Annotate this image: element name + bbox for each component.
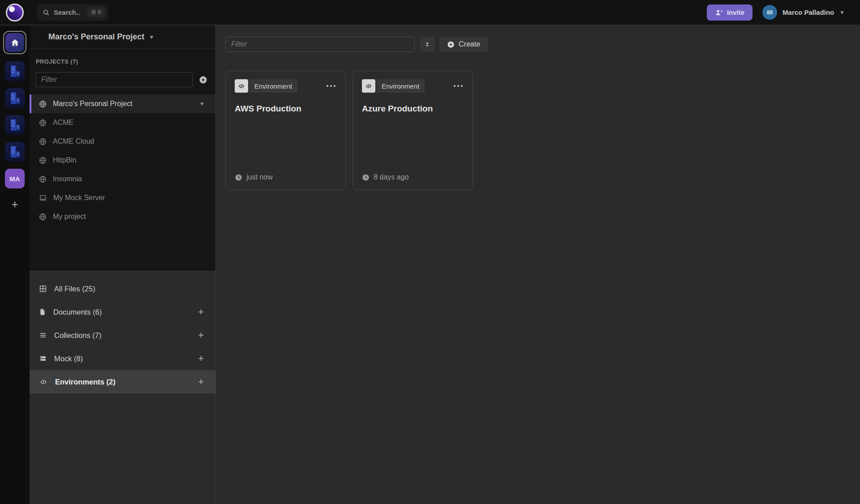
files-item-label: Documents (6): [53, 308, 198, 316]
add-organization-button[interactable]: +: [11, 198, 18, 210]
card-type-badge: Environment: [376, 79, 425, 93]
environment-card-azure-production[interactable]: Environment Azure Production 8 days ago: [353, 71, 473, 190]
add-collection-button[interactable]: +: [198, 330, 204, 340]
globe-icon: [39, 138, 47, 145]
buildings-icon: [7, 63, 23, 79]
project-item-label: My project: [53, 213, 205, 221]
chevron-down-icon: ▼: [839, 9, 845, 16]
user-menu[interactable]: 88 Marco Palladino ▼: [762, 5, 845, 20]
search-shortcut-badge: ⌘ P: [87, 7, 105, 17]
workspace-avatar[interactable]: MA: [5, 169, 25, 188]
app-body: MA + Marco's Personal Project ▼ PROJECTS…: [0, 26, 860, 504]
add-environment-button[interactable]: +: [198, 377, 204, 387]
user-name: Marco Palladino: [783, 9, 834, 16]
project-item-insomnia[interactable]: Insomnia: [30, 170, 215, 188]
files-item-mock[interactable]: Mock (8) +: [30, 347, 215, 370]
project-item-label: Marco's Personal Project: [53, 100, 199, 108]
project-item-acme[interactable]: ACME: [30, 113, 215, 132]
organization-button-2[interactable]: [5, 88, 25, 108]
server-icon: [39, 355, 47, 362]
buildings-icon: [7, 117, 23, 133]
files-item-collections[interactable]: Collections (7) +: [30, 324, 215, 347]
card-footer: just now: [235, 173, 273, 181]
globe-icon: [39, 213, 47, 221]
project-item-acme-cloud[interactable]: ACME Cloud: [30, 132, 215, 151]
project-item-httpbin[interactable]: HttpBin: [30, 151, 215, 170]
add-document-button[interactable]: +: [198, 307, 204, 317]
clock-icon: [235, 174, 242, 181]
buildings-icon: [7, 144, 23, 160]
card-type-badge: Environment: [249, 79, 297, 93]
home-button[interactable]: [3, 31, 26, 54]
clock-icon: [362, 174, 370, 181]
organization-rail: MA +: [0, 26, 30, 504]
project-switcher-title: Marco's Personal Project: [48, 32, 144, 42]
add-project-button[interactable]: [199, 76, 207, 84]
card-header: Environment: [362, 79, 464, 93]
card-menu-button[interactable]: [326, 83, 336, 89]
project-item-my-project[interactable]: My project: [30, 207, 215, 226]
card-menu-button[interactable]: [453, 83, 464, 89]
search-icon: [43, 9, 50, 16]
files-section: All Files (25) Documents (6) + Collectio…: [30, 271, 215, 504]
sort-arrows-icon: [424, 41, 430, 48]
card-footer: 8 days ago: [362, 173, 408, 181]
card-modified-time: 8 days ago: [374, 173, 408, 181]
project-filter-row: [35, 72, 207, 87]
environment-card-aws-production[interactable]: Environment AWS Production just now: [225, 71, 346, 190]
main-toolbar: Create: [225, 37, 860, 52]
chevron-down-icon: ▼: [199, 101, 205, 107]
person-plus-icon: [715, 9, 723, 17]
organization-button-3[interactable]: [5, 115, 25, 135]
project-item-label: ACME Cloud: [53, 137, 205, 145]
card-title: Azure Production: [362, 104, 464, 114]
projects-heading: PROJECTS (7): [36, 58, 215, 65]
insomnia-logo-icon: [6, 4, 24, 21]
project-item-label: Insomnia: [53, 175, 205, 183]
globe-icon: [39, 100, 47, 108]
sidebar: Marco's Personal Project ▼ PROJECTS (7) …: [30, 26, 216, 504]
project-item-my-mock-server[interactable]: My Mock Server: [30, 188, 215, 207]
add-mock-button[interactable]: +: [198, 354, 204, 363]
files-item-environments[interactable]: Environments (2) +: [30, 370, 215, 393]
organization-button-1[interactable]: [5, 61, 25, 81]
chevron-down-icon: ▼: [149, 34, 154, 40]
project-filter-input[interactable]: [35, 72, 193, 87]
project-item-marcos-personal-project[interactable]: Marco's Personal Project ▼: [30, 94, 215, 113]
project-list: Marco's Personal Project ▼ ACME ACME Clo…: [30, 94, 215, 226]
home-icon: [10, 38, 20, 47]
project-switcher[interactable]: Marco's Personal Project ▼: [30, 26, 215, 49]
card-grid: Environment AWS Production just now Envi: [225, 71, 860, 190]
plus-circle-icon: [447, 41, 455, 48]
buildings-icon: [7, 90, 23, 106]
laptop-icon: [39, 194, 47, 202]
files-item-label: Mock (8): [54, 355, 198, 363]
sort-button[interactable]: [420, 37, 435, 52]
globe-icon: [39, 175, 47, 183]
files-item-documents[interactable]: Documents (6) +: [30, 300, 215, 324]
files-item-label: Collections (7): [54, 331, 198, 340]
organization-button-4[interactable]: [5, 142, 25, 162]
plus-circle-icon: [199, 76, 207, 84]
list-icon: [39, 332, 47, 339]
main-filter-input[interactable]: [225, 37, 415, 52]
files-item-label: All Files (25): [54, 285, 204, 293]
document-icon: [39, 308, 46, 316]
globe-icon: [39, 157, 47, 164]
main-content: Create Environment AWS Production just: [216, 26, 860, 504]
files-item-all-files[interactable]: All Files (25): [30, 277, 215, 300]
create-button[interactable]: Create: [439, 37, 488, 52]
invite-button[interactable]: Invite: [707, 4, 752, 21]
search-input[interactable]: Search.. ⌘ P: [37, 4, 108, 21]
card-header: Environment: [235, 79, 336, 93]
invite-label: Invite: [727, 9, 744, 16]
code-icon: [235, 79, 248, 93]
top-bar: Search.. ⌘ P Invite 88 Marco Palladino ▼: [0, 0, 860, 25]
code-icon: [362, 79, 375, 93]
create-label: Create: [459, 40, 480, 48]
project-item-label: My Mock Server: [53, 194, 205, 202]
files-item-label: Environments (2): [55, 378, 198, 386]
project-item-label: HttpBin: [53, 156, 205, 164]
search-placeholder: Search..: [54, 9, 87, 16]
globe-icon: [39, 119, 47, 127]
